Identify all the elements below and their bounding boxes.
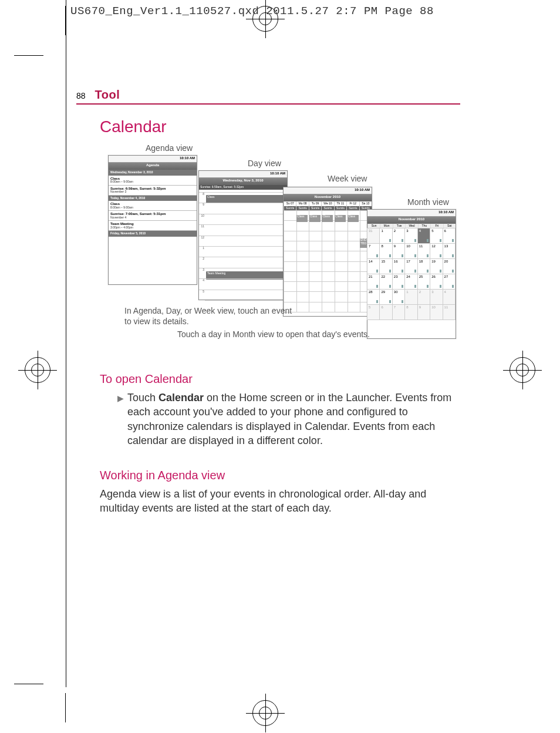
month-day[interactable]: 23 bbox=[392, 274, 405, 290]
month-day[interactable]: 1 bbox=[379, 228, 392, 244]
month-day[interactable]: 22 bbox=[379, 274, 392, 290]
month-day[interactable]: 2 bbox=[417, 289, 430, 305]
month-day[interactable]: 3 bbox=[404, 228, 417, 244]
month-day[interactable]: 9 bbox=[392, 243, 405, 259]
month-day[interactable]: 1 bbox=[404, 289, 417, 305]
week-day-header[interactable]: Fr 12 bbox=[346, 201, 359, 206]
month-day[interactable]: 5 bbox=[367, 304, 380, 320]
month-day[interactable]: 24 bbox=[404, 274, 417, 290]
month-day[interactable]: 31 bbox=[367, 228, 380, 244]
text-bold: Calendar bbox=[158, 392, 204, 404]
step-open-calendar: ▶ Touch Calendar on the Home screen or i… bbox=[117, 391, 460, 448]
page-title: Calendar bbox=[100, 117, 460, 136]
week-day-header[interactable]: Th 11 bbox=[334, 201, 346, 206]
screen-title: Agenda bbox=[109, 163, 197, 170]
status-bar: 10:10 AM bbox=[284, 187, 372, 194]
label-week-view: Week view bbox=[328, 174, 367, 183]
month-day[interactable]: 7 bbox=[367, 243, 380, 259]
month-day[interactable]: 19 bbox=[430, 258, 443, 274]
month-day[interactable]: 29 bbox=[379, 289, 392, 305]
month-day[interactable]: 25 bbox=[417, 274, 430, 290]
section-name: Tool bbox=[95, 88, 120, 102]
month-day[interactable]: 5 bbox=[430, 228, 443, 244]
week-day-header[interactable]: Tu 09 bbox=[309, 201, 321, 206]
screen-title: November 2010 bbox=[367, 217, 456, 224]
month-day[interactable]: 6 bbox=[443, 228, 456, 244]
allday-row: Sunrise: 6:59am, Sunset: 5:32pm bbox=[199, 185, 287, 190]
agenda-date-header: Wednesday, November 3, 2010 bbox=[109, 170, 197, 176]
month-day[interactable]: 14 bbox=[367, 258, 380, 274]
caption-touch-event: In Agenda, Day, or Week view, touch an e… bbox=[124, 306, 301, 327]
day-screenshot: 10:10 AM Wednesday, Nov 3, 2010 Sunrise:… bbox=[198, 170, 288, 300]
running-head: 88 Tool bbox=[76, 88, 460, 105]
month-day[interactable]: 4 bbox=[443, 289, 456, 305]
agenda-event[interactable]: Class8:00am – 9:00am bbox=[109, 201, 197, 211]
agenda-date-header: Today, November 4, 2010 bbox=[109, 196, 197, 201]
week-event[interactable]: Class bbox=[309, 215, 321, 222]
status-bar: 10:10 AM bbox=[109, 156, 197, 163]
month-day[interactable]: 10 bbox=[404, 243, 417, 259]
text: Touch bbox=[127, 392, 158, 404]
week-event[interactable]: Class bbox=[335, 215, 346, 222]
agenda-event[interactable]: Team Meeting3:00pm – 4:00pm bbox=[109, 221, 197, 231]
month-day[interactable]: 16 bbox=[392, 258, 405, 274]
month-screenshot: 10:10 AM November 2010 SunMonTueWedThuFr… bbox=[367, 209, 456, 339]
label-month-view: Month view bbox=[407, 197, 449, 207]
heading-open-calendar: To open Calendar bbox=[100, 372, 460, 386]
month-day[interactable]: 21 bbox=[367, 274, 380, 290]
caption-touch-day: Touch a day in Month view to open that d… bbox=[170, 329, 370, 340]
paragraph-agenda: Agenda view is a list of your events in … bbox=[100, 487, 460, 516]
month-day[interactable]: 17 bbox=[404, 258, 417, 274]
status-bar: 10:10 AM bbox=[367, 210, 456, 217]
month-day[interactable]: 9 bbox=[417, 304, 430, 320]
screen-title: November 2010 bbox=[284, 194, 372, 201]
month-day[interactable]: 4 bbox=[417, 228, 430, 244]
month-day[interactable]: 30 bbox=[392, 289, 405, 305]
month-day[interactable]: 27 bbox=[443, 274, 456, 290]
event-class[interactable]: Class bbox=[206, 195, 285, 203]
week-event[interactable]: Class bbox=[322, 215, 333, 222]
month-day[interactable]: 8 bbox=[379, 243, 392, 259]
print-slug: US670_Eng_Ver1.1_110527.qxd 2011.5.27 2:… bbox=[70, 5, 434, 18]
page-number: 88 bbox=[76, 91, 86, 100]
month-day[interactable]: 3 bbox=[430, 289, 443, 305]
month-day[interactable]: 26 bbox=[430, 274, 443, 290]
week-day-header[interactable]: Su 07 bbox=[284, 201, 296, 206]
week-event[interactable]: Class bbox=[296, 215, 308, 222]
month-day[interactable]: 2 bbox=[392, 228, 405, 244]
month-day[interactable]: 6 bbox=[379, 304, 392, 320]
month-day[interactable]: 7 bbox=[392, 304, 405, 320]
week-day-header[interactable]: We 10 bbox=[321, 201, 333, 206]
month-day[interactable]: 8 bbox=[404, 304, 417, 320]
label-day-view: Day view bbox=[248, 159, 281, 168]
month-day[interactable]: 11 bbox=[443, 304, 456, 320]
week-screenshot: 10:10 AM November 2010 Su 07Mo 08Tu 09We… bbox=[283, 187, 372, 317]
month-day[interactable]: 15 bbox=[379, 258, 392, 274]
status-bar: 10:10 AM bbox=[199, 171, 287, 178]
month-day[interactable]: 18 bbox=[417, 258, 430, 274]
agenda-event[interactable]: Sunrise: 7:00am, Sunset: 5:31pmNovember … bbox=[109, 211, 197, 221]
month-day[interactable]: 13 bbox=[443, 243, 456, 259]
heading-agenda-view: Working in Agenda view bbox=[100, 469, 460, 482]
week-event[interactable]: Class bbox=[348, 215, 359, 222]
screen-title: Wednesday, Nov 3, 2010 bbox=[199, 178, 287, 185]
week-day-header[interactable]: Sa 13 bbox=[359, 201, 372, 206]
label-agenda-view: Agenda view bbox=[146, 143, 193, 153]
agenda-event[interactable]: Class8:00am – 9:00am bbox=[109, 176, 197, 186]
screenshots-cluster: Agenda view Day view Week view Month vie… bbox=[100, 146, 460, 351]
month-day[interactable]: 10 bbox=[430, 304, 443, 320]
month-day[interactable]: 11 bbox=[417, 243, 430, 259]
month-day[interactable]: 12 bbox=[430, 243, 443, 259]
agenda-event[interactable]: Sunrise: 6:59am, Sunset: 5:32pmNovember … bbox=[109, 186, 197, 196]
agenda-date-header: Friday, November 5, 2010 bbox=[109, 231, 197, 237]
agenda-screenshot: 10:10 AM Agenda Wednesday, November 3, 2… bbox=[108, 155, 197, 285]
week-day-header[interactable]: Mo 08 bbox=[296, 201, 308, 206]
bullet-icon: ▶ bbox=[117, 394, 124, 448]
month-day[interactable]: 20 bbox=[443, 258, 456, 274]
month-day[interactable]: 28 bbox=[367, 289, 380, 305]
